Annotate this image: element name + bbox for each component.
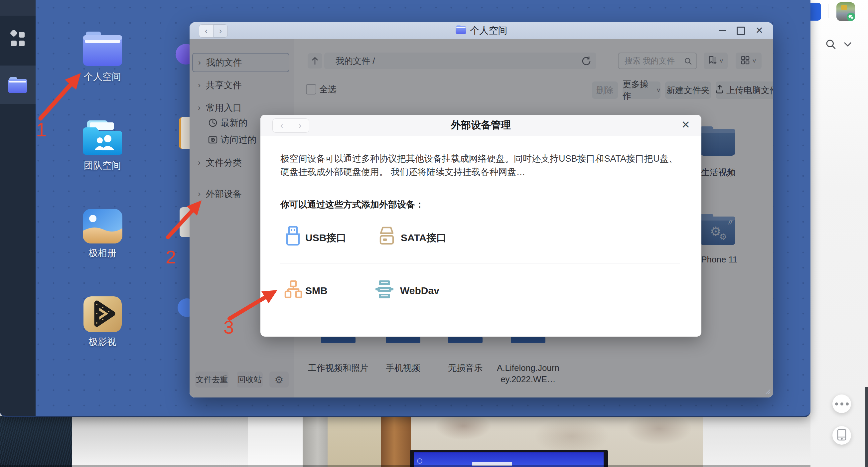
dialog-divider xyxy=(280,263,680,263)
desktop-icon-movies[interactable]: 极影视 xyxy=(63,297,142,348)
host-edge-strip xyxy=(865,387,868,467)
background-panel-gray xyxy=(72,416,303,467)
ellipsis-icon xyxy=(835,402,849,405)
dialog-description: 极空间设备可以通过多种协议把其他设备挂载成网络硬盘。同时还支持USB接口和SAT… xyxy=(280,152,683,179)
desktop-icon-label: 团队空间 xyxy=(63,159,142,172)
usb-port-icon[interactable] xyxy=(284,226,302,247)
option-label[interactable]: SMB xyxy=(305,285,328,297)
desktop-icon-personal-space[interactable]: 个人空间 xyxy=(63,32,142,83)
personal-space-folder-icon xyxy=(63,32,142,67)
window-history-nav: ‹ › xyxy=(199,24,228,38)
back-button[interactable]: ‹ xyxy=(199,24,214,38)
movie-app-icon xyxy=(84,297,122,332)
chevron-down-icon[interactable] xyxy=(843,41,852,49)
dialog-subtitle: 你可以通过这些方式添加外部设备： xyxy=(280,198,424,211)
dialog-title: 外部设备管理 xyxy=(451,118,511,132)
background-panel-gray-right xyxy=(703,416,810,467)
nas-desktop: 个人空间 团队空间 极相册 xyxy=(0,0,810,417)
phone-icon xyxy=(837,429,846,442)
host-divider xyxy=(828,4,829,18)
close-button[interactable]: ✕ xyxy=(755,26,763,35)
forward-button[interactable]: › xyxy=(214,24,228,38)
background-room-photo xyxy=(303,416,703,467)
background-photo-dark xyxy=(0,416,72,467)
tv-screen xyxy=(414,453,603,467)
host-divider-horizontal xyxy=(810,30,868,30)
back-button[interactable]: ‹ xyxy=(272,118,291,133)
option-label[interactable]: SATA接口 xyxy=(401,231,446,245)
minimize-button[interactable] xyxy=(719,30,726,31)
dialog-history-nav: ‹ › xyxy=(272,118,309,133)
option-label[interactable]: WebDav xyxy=(400,285,439,297)
photo-album-icon xyxy=(83,209,122,244)
team-space-folder-icon xyxy=(63,120,142,156)
forward-button[interactable]: › xyxy=(291,118,309,133)
maximize-button[interactable] xyxy=(737,27,745,35)
desktop-icon-photos[interactable]: 极相册 xyxy=(63,209,142,259)
webdav-server-icon[interactable] xyxy=(375,280,394,301)
resize-grip[interactable] xyxy=(764,387,771,396)
file-manager-window: ‹ › 个人空间 ✕ xyxy=(190,22,773,398)
desktop-icon-label: 极影视 xyxy=(63,336,142,348)
option-label[interactable]: USB接口 xyxy=(305,231,346,245)
avatar-sign xyxy=(841,5,847,10)
external-device-dialog: ‹ › 外部设备管理 ✕ 极空间设备可以通过多种协议把其他设备挂载成网络硬盘。同… xyxy=(260,115,702,337)
app-sidebar xyxy=(0,0,36,416)
desktop-icon-team-space[interactable]: 团队空间 xyxy=(63,120,142,172)
host-blue-button[interactable] xyxy=(810,3,821,21)
window-titlebar[interactable]: ‹ › 个人空间 ✕ xyxy=(190,22,773,39)
window-title: 个人空间 xyxy=(456,24,507,37)
file-manager-app-icon[interactable] xyxy=(8,76,27,93)
desktop-icon-label: 极相册 xyxy=(63,247,142,259)
search-icon[interactable] xyxy=(825,38,837,52)
app-launcher-icon[interactable] xyxy=(8,30,27,49)
folder-icon xyxy=(456,25,466,36)
sata-port-icon[interactable] xyxy=(377,226,396,247)
page-bottom-edge xyxy=(0,465,810,467)
sidebar-top-band xyxy=(0,0,36,15)
desktop-icon-label: 个人空间 xyxy=(63,70,142,83)
more-options-fab[interactable] xyxy=(832,395,851,413)
close-icon[interactable]: ✕ xyxy=(681,119,690,130)
dialog-header: ‹ › 外部设备管理 ✕ xyxy=(260,115,702,136)
host-right-panel xyxy=(810,0,868,467)
wechat-badge-icon xyxy=(847,13,855,21)
smb-network-icon[interactable] xyxy=(284,280,302,300)
mobile-device-fab[interactable] xyxy=(832,426,851,445)
user-avatar[interactable] xyxy=(836,2,855,21)
